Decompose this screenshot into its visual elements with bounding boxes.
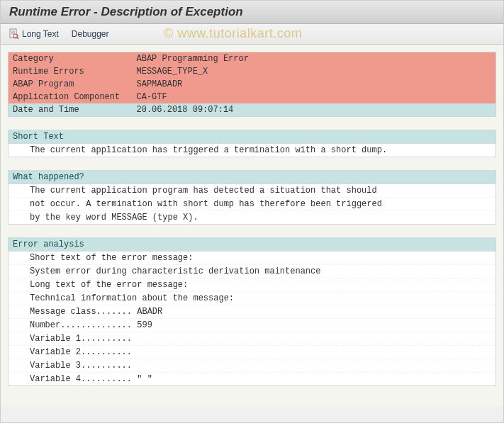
section-line: Variable 3..........: [9, 359, 495, 373]
watermark-text: © www.tutorialkart.com: [164, 26, 302, 41]
info-row: Runtime ErrorsMESSAGE_TYPE_X: [9, 65, 496, 78]
info-row: Date and Time20.06.2018 09:07:14: [9, 103, 496, 117]
info-label: Date and Time: [9, 103, 133, 117]
section-line: Technical information about the message:: [9, 292, 495, 305]
info-row: ABAP ProgramSAPMABADR: [9, 78, 496, 91]
long-text-button[interactable]: Long Text: [8, 28, 59, 40]
info-label: Runtime Errors: [9, 65, 133, 78]
section-line: Variable 2..........: [9, 346, 495, 359]
info-value: SAPMABADR: [133, 78, 496, 91]
info-value: 20.06.2018 09:07:14: [133, 103, 496, 117]
toolbar: Long Text Debugger © www.tutorialkart.co…: [1, 24, 503, 45]
section-header-error-analysis: Error analysis: [9, 238, 495, 252]
debugger-label: Debugger: [72, 29, 109, 39]
info-value: ABAP Programming Error: [133, 52, 496, 66]
info-value: CA-GTF: [133, 91, 496, 103]
info-value: MESSAGE_TYPE_X: [133, 65, 496, 78]
section-line: by the key word MESSAGE (type X).: [9, 211, 495, 224]
long-text-label: Long Text: [22, 29, 59, 39]
section-line: Long text of the error message:: [9, 278, 495, 292]
info-label: ABAP Program: [9, 78, 133, 91]
section-line: not occur. A termination with short dump…: [9, 198, 495, 211]
section-line: Short text of the error message:: [9, 252, 495, 265]
page-title: Runtime Error - Description of Exception: [9, 5, 495, 19]
section-line: Message class....... ABADR: [9, 305, 495, 319]
svg-line-5: [17, 38, 18, 39]
section-header-short-text: Short Text: [9, 130, 495, 144]
section-header-what-happened: What happened?: [9, 171, 495, 184]
document-icon: [8, 28, 19, 40]
window-header: Runtime Error - Description of Exception: [1, 1, 503, 24]
section-line: Variable 1..........: [9, 332, 495, 346]
info-row: Application ComponentCA-GTF: [9, 91, 496, 103]
section-what-happened: What happened? The current application p…: [8, 170, 496, 225]
info-table: CategoryABAP Programming ErrorRuntime Er…: [8, 52, 496, 117]
section-line: Number.............. 599: [9, 319, 495, 332]
info-row: CategoryABAP Programming Error: [9, 52, 496, 66]
section-body: The current application has triggered a …: [9, 144, 495, 157]
section-line: The current application program has dete…: [9, 184, 495, 198]
debugger-button[interactable]: Debugger: [72, 29, 109, 39]
section-body: Short text of the error message:System e…: [9, 252, 495, 385]
section-body: The current application program has dete…: [9, 184, 495, 224]
section-line: System error during characteristic deriv…: [9, 265, 495, 278]
content-area: CategoryABAP Programming ErrorRuntime Er…: [1, 45, 503, 406]
section-short-text: Short Text The current application has t…: [8, 130, 496, 157]
section-line: Variable 4.......... " ": [9, 373, 495, 385]
section-line: The current application has triggered a …: [9, 144, 495, 157]
info-label: Category: [9, 52, 133, 66]
info-label: Application Component: [9, 91, 133, 103]
section-error-analysis: Error analysis Short text of the error m…: [8, 237, 496, 386]
